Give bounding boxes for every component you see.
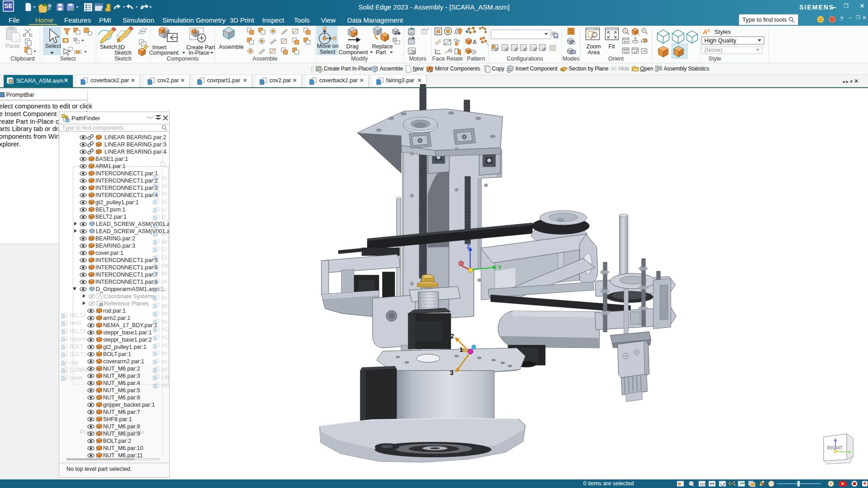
svg-text:Sketch: Sketch bbox=[114, 50, 132, 56]
svg-text:2: 2 bbox=[450, 332, 454, 340]
svg-text:Z: Z bbox=[467, 243, 470, 250]
svg-text:Zoom: Zoom bbox=[586, 43, 601, 50]
svg-text:Assemble: Assemble bbox=[219, 44, 244, 50]
svg-text:Select: Select bbox=[320, 49, 335, 55]
svg-text:123: 123 bbox=[700, 482, 706, 486]
svg-text:Move on: Move on bbox=[317, 43, 339, 49]
svg-text:Sketch: Sketch bbox=[100, 44, 117, 50]
svg-text:Replace: Replace bbox=[372, 43, 393, 50]
svg-text:Paste: Paste bbox=[5, 43, 20, 49]
svg-text:xa: xa bbox=[409, 52, 412, 54]
svg-text:A: A bbox=[707, 28, 710, 33]
svg-text:Area: Area bbox=[588, 49, 599, 56]
svg-text:Select: Select bbox=[45, 43, 61, 49]
svg-text:Component: Component bbox=[339, 49, 368, 56]
svg-text:In-Place: In-Place bbox=[189, 50, 209, 56]
svg-text:Part: Part bbox=[376, 49, 386, 56]
svg-text:High Quality: High Quality bbox=[704, 37, 736, 44]
svg-text:Fit: Fit bbox=[609, 43, 615, 50]
svg-text:1: 1 bbox=[459, 346, 463, 353]
svg-text:Y: Y bbox=[498, 264, 502, 271]
svg-text:Component: Component bbox=[149, 50, 179, 56]
svg-text:(None): (None) bbox=[704, 47, 722, 53]
svg-text:3: 3 bbox=[450, 369, 453, 376]
svg-text:Styles: Styles bbox=[714, 28, 731, 35]
svg-text:Drag: Drag bbox=[346, 43, 359, 50]
